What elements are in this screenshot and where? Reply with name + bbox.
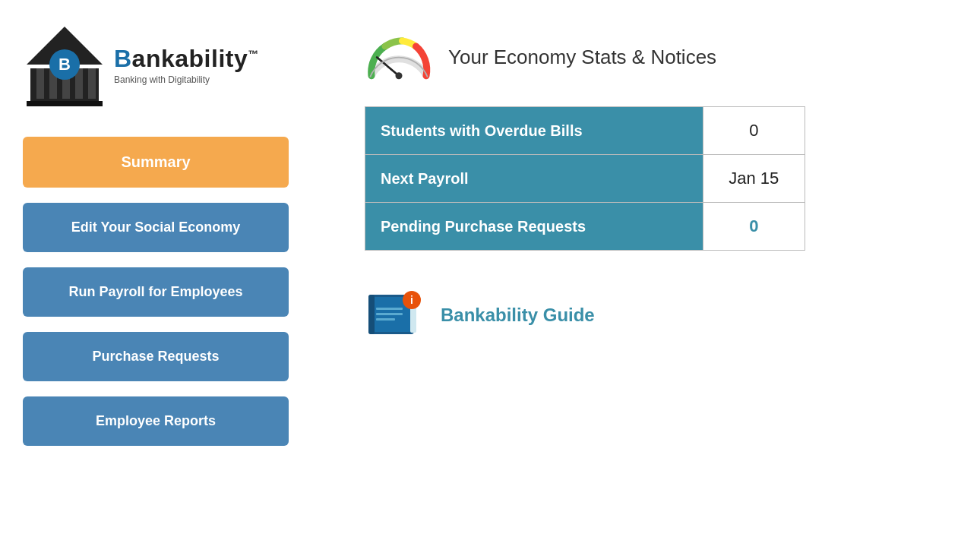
svg-point-11 [396, 72, 403, 79]
svg-rect-15 [368, 295, 375, 334]
bankability-guide-section[interactable]: i Bankability Guide [365, 289, 950, 342]
bankability-logo-icon: B [23, 23, 106, 106]
stats-row-overdue: Students with Overdue Bills 0 [365, 107, 805, 155]
left-panel: B Bankability™ Banking with Digitability… [0, 0, 319, 559]
stats-header: Your Economy Stats & Notices [365, 30, 950, 84]
svg-text:B: B [58, 55, 71, 74]
guide-book-icon: i [365, 289, 425, 342]
pending-requests-label: Pending Purchase Requests [365, 203, 703, 251]
gauge-icon [365, 30, 433, 84]
svg-rect-18 [376, 318, 395, 321]
logo-tm: ™ [248, 48, 259, 60]
svg-rect-7 [27, 101, 103, 106]
employee-reports-button[interactable]: Employee Reports [23, 396, 289, 446]
overdue-bills-value: 0 [703, 107, 805, 155]
edit-economy-button[interactable]: Edit Your Social Economy [23, 203, 289, 252]
svg-text:i: i [410, 294, 413, 306]
svg-rect-5 [88, 68, 96, 99]
logo-subtitle: Banking with Digitability [114, 74, 259, 85]
guide-title: Bankability Guide [441, 305, 595, 326]
logo-area: B Bankability™ Banking with Digitability [23, 23, 259, 106]
page-layout: B Bankability™ Banking with Digitability… [0, 0, 980, 559]
logo-text-area: Bankability™ Banking with Digitability [114, 45, 259, 85]
pending-requests-value: 0 [703, 203, 805, 251]
stats-section-title: Your Economy Stats & Notices [448, 46, 716, 69]
nav-buttons: Summary Edit Your Social Economy Run Pay… [23, 137, 289, 446]
stats-row-payroll: Next Payroll Jan 15 [365, 155, 805, 203]
overdue-bills-label: Students with Overdue Bills [365, 107, 703, 155]
svg-rect-16 [376, 308, 403, 310]
svg-rect-17 [376, 313, 403, 315]
stats-row-purchase: Pending Purchase Requests 0 [365, 203, 805, 251]
purchase-requests-button[interactable]: Purchase Requests [23, 332, 289, 381]
logo-rest: ankability [132, 45, 248, 72]
logo-b: B [114, 45, 132, 72]
right-panel: Your Economy Stats & Notices Students wi… [319, 0, 980, 559]
stats-table: Students with Overdue Bills 0 Next Payro… [365, 106, 805, 251]
next-payroll-label: Next Payroll [365, 155, 703, 203]
summary-button[interactable]: Summary [23, 137, 289, 188]
logo-title: Bankability™ [114, 45, 259, 73]
run-payroll-button[interactable]: Run Payroll for Employees [23, 267, 289, 317]
svg-rect-1 [36, 68, 44, 99]
next-payroll-value: Jan 15 [703, 155, 805, 203]
